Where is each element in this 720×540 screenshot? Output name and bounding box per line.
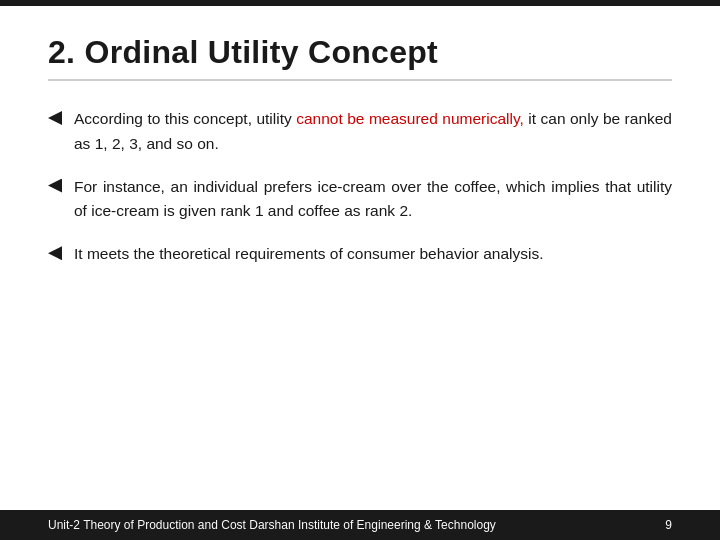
bullet-icon-2 <box>48 179 62 193</box>
bullet-icon-1 <box>48 111 62 125</box>
bullet-text-2: For instance, an individual prefers ice-… <box>74 175 672 225</box>
red-text-1: cannot be measured numerically, <box>296 110 524 127</box>
footer-page-number: 9 <box>665 518 672 532</box>
bullet-item-2: For instance, an individual prefers ice-… <box>48 175 672 225</box>
content-area: 2. Ordinal Utility Concept According to … <box>0 6 720 510</box>
slide-container: 2. Ordinal Utility Concept According to … <box>0 0 720 540</box>
bullet-item-1: According to this concept, utility canno… <box>48 107 672 157</box>
footer-bar: Unit-2 Theory of Production and Cost Dar… <box>0 510 720 540</box>
bullet-icon-3 <box>48 246 62 260</box>
bullet-points: According to this concept, utility canno… <box>48 107 672 490</box>
slide-title: 2. Ordinal Utility Concept <box>48 34 672 71</box>
bullet-text-3: It meets the theoretical requirements of… <box>74 242 544 267</box>
footer-left-text: Unit-2 Theory of Production and Cost Dar… <box>48 518 496 532</box>
bullet-item-3: It meets the theoretical requirements of… <box>48 242 672 267</box>
bullet-text-1: According to this concept, utility canno… <box>74 107 672 157</box>
title-section: 2. Ordinal Utility Concept <box>48 34 672 81</box>
